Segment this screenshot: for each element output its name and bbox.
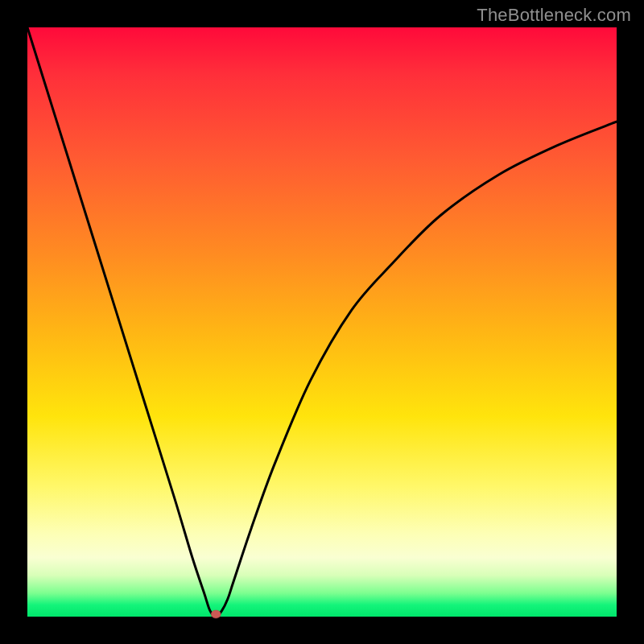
watermark-text: TheBottleneck.com [477,5,631,26]
curve-path [27,27,617,617]
minimum-marker [211,610,221,618]
plot-area [27,27,617,617]
chart-frame: TheBottleneck.com [0,0,644,644]
bottleneck-curve [27,27,617,617]
